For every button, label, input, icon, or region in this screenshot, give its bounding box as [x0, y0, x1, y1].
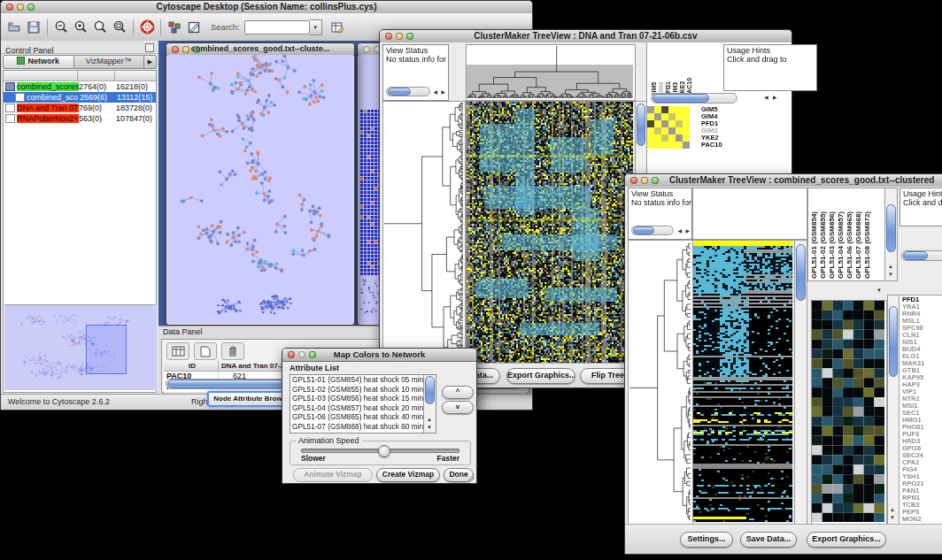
scroll-up-icon[interactable]: ▲ [890, 507, 895, 513]
tab-network[interactable]: Network [3, 55, 74, 69]
network-list-row[interactable]: RNAPuberNov2+!563(0)107847(0) [4, 113, 156, 124]
scroll-up-icon[interactable]: ▲ [888, 264, 893, 270]
attribute-list-label: Attribute List [290, 364, 339, 372]
scroll-up-icon[interactable]: ▲ [427, 417, 432, 423]
control-panel: Control Panel Network VizMapper™ ▶ combi… [1, 41, 159, 395]
attribute-list-scrollbar[interactable]: ▲ ▼ [423, 375, 436, 433]
view-status-scrollbar[interactable] [386, 87, 430, 96]
tab-vizmapper[interactable]: VizMapper™ [74, 55, 145, 69]
attribute-listbox[interactable]: GPL51-01 (GSM854) heat shock 05 minGPL51… [290, 374, 436, 433]
matrix-cell [661, 134, 668, 142]
export-graphics-button[interactable]: Export Graphics... [807, 532, 886, 548]
treeview2-zoom-heatmap[interactable] [812, 301, 884, 522]
matrix-cell [647, 127, 654, 134]
zoom-scroll-down-icon[interactable]: ▼ [876, 288, 882, 294]
resize-grip[interactable] [467, 473, 475, 482]
vizmapper-icon[interactable] [165, 18, 184, 36]
treeview1-column-dendrogram[interactable] [467, 45, 633, 98]
save-data-button[interactable]: Save Data... [740, 532, 797, 548]
network-list-row[interactable]: DNA and Tran 07769(0)183728(0) [4, 103, 156, 113]
col-header-nodes[interactable] [78, 71, 115, 81]
attribute-list-item[interactable]: GPL51-02 (GSM855) heat shock 10 min [290, 385, 423, 395]
view-status-scrollbar[interactable] [631, 226, 674, 235]
delete-attribute-icon[interactable] [221, 342, 244, 360]
treeview1-heatmap[interactable] [467, 102, 633, 363]
treeview2-column-dendrogram[interactable] [692, 188, 807, 240]
search-input[interactable] [244, 20, 310, 35]
treeview2-row-dendrogram[interactable] [629, 241, 691, 522]
export-graphics-button[interactable]: Export Graphics... [506, 368, 575, 384]
main-titlebar[interactable]: Cytoscape Desktop (Session Name: collins… [1, 1, 532, 14]
matrix-cell [647, 113, 654, 120]
zoom-col-label: PAC10 [686, 44, 693, 97]
attribute-list-item[interactable]: GPL51-03 (GSM856) heat shock 15 min [290, 394, 423, 403]
network-window-title: combined_scores_good.txt--cluste... [166, 43, 354, 55]
matrix-cell [676, 106, 683, 113]
scroll-right-icon[interactable]: ▶ [441, 89, 445, 96]
dialog-titlebar[interactable]: Map Colors to Network [282, 349, 476, 362]
treeview1-titlebar[interactable]: ClusterMaker TreeView : DNA and Tran 07-… [380, 30, 791, 43]
slider-thumb[interactable] [378, 445, 390, 457]
matrix-cell [668, 142, 676, 149]
treeview2-usage-hints: Usage Hints Click and drag [900, 188, 942, 226]
float-panel-icon[interactable] [145, 43, 154, 52]
treeview2-gene-scrollbar[interactable]: ▲ ▼ [887, 295, 900, 525]
attribute-list-item[interactable]: GPL51-04 (GSM857) heat shock 20 min [290, 403, 423, 413]
view-status-text: No status info for [383, 55, 448, 64]
edge-count: 107847(0) [116, 114, 156, 123]
matrix-cell [647, 142, 654, 149]
move-up-button[interactable]: ^ [442, 386, 474, 399]
scroll-right-icon[interactable]: ▶ [685, 228, 690, 234]
scroll-right-icon[interactable]: ▶ [773, 95, 777, 101]
table-edit-icon[interactable] [328, 18, 347, 36]
network-overview[interactable] [4, 304, 155, 391]
attribute-table-icon[interactable] [166, 342, 189, 360]
treeview2-usage-scrollbar[interactable] [901, 250, 942, 261]
create-vizmap-button[interactable]: Create Vizmap [376, 468, 440, 482]
animate-vizmap-button[interactable]: Animate Vizmap [293, 468, 373, 482]
col-header-network[interactable] [4, 71, 78, 81]
scroll-down-icon[interactable]: ▼ [888, 272, 893, 278]
save-icon[interactable] [24, 18, 43, 36]
zoom-out-icon[interactable] [51, 18, 71, 36]
treeview1-zoom-heatmap[interactable] [647, 106, 690, 149]
close-icon[interactable] [363, 46, 370, 53]
help-ring-icon[interactable] [137, 18, 157, 36]
search-dropdown-icon[interactable]: ▼ [310, 19, 322, 35]
move-down-button[interactable]: v [442, 401, 474, 414]
scroll-down-icon[interactable]: ▼ [890, 515, 895, 521]
treeview2-vscrollbar[interactable] [794, 240, 807, 525]
treeview1-row-dendrogram[interactable] [383, 102, 463, 363]
new-attribute-icon[interactable] [194, 342, 217, 360]
edge-count: 183728(0) [116, 104, 156, 112]
treeview2-collabel-scrollbar[interactable]: ▲ ▼ [884, 188, 898, 281]
heatmap-col-label: GPL51-04 (GSM857) [837, 194, 845, 279]
network-list-row[interactable]: combined_sco2569(6)13112(15) [4, 92, 156, 103]
matrix-cell [668, 106, 676, 113]
zoom-col-label: GIM4 [658, 44, 665, 97]
scroll-left-icon[interactable]: ◀ [764, 95, 768, 101]
attribute-list-item[interactable]: GPL51-07 (GSM868) heat shock 60 min [290, 422, 423, 432]
zoom-selected-icon[interactable] [110, 18, 129, 36]
treeview1-zoom-hscrollbar[interactable] [651, 93, 737, 104]
col-header-edges[interactable] [115, 71, 156, 81]
zoom-in-icon[interactable] [71, 18, 90, 36]
treeview2-titlebar[interactable]: ClusterMaker TreeView : combined_scores_… [625, 174, 942, 188]
open-icon[interactable] [4, 18, 24, 36]
treeview2-heatmap[interactable] [693, 241, 792, 522]
data-col-id[interactable]: ID [164, 361, 219, 372]
gene-label[interactable]: MON2 [902, 516, 924, 523]
tab-overflow-arrow[interactable]: ▶ [144, 55, 157, 69]
attribute-list-item[interactable]: GPL51-01 (GSM854) heat shock 05 min [290, 375, 423, 385]
scroll-down-icon[interactable]: ▼ [427, 425, 432, 431]
network-name: combined_scores [17, 82, 79, 91]
attribute-list-item[interactable]: GPL51-06 (GSM865) heat shock 40 min [290, 412, 423, 422]
zoom-fit-icon[interactable] [90, 18, 110, 36]
annotation-icon[interactable] [184, 18, 204, 36]
settings-button[interactable]: Settings... [680, 532, 733, 548]
animation-speed-slider[interactable] [301, 449, 459, 453]
network-view-1[interactable] [167, 55, 353, 324]
scroll-left-icon[interactable]: ◀ [433, 89, 437, 96]
network-list-row[interactable]: combined_scores2764(0)16218(0) [4, 81, 156, 92]
scroll-left-icon[interactable]: ◀ [677, 228, 682, 234]
